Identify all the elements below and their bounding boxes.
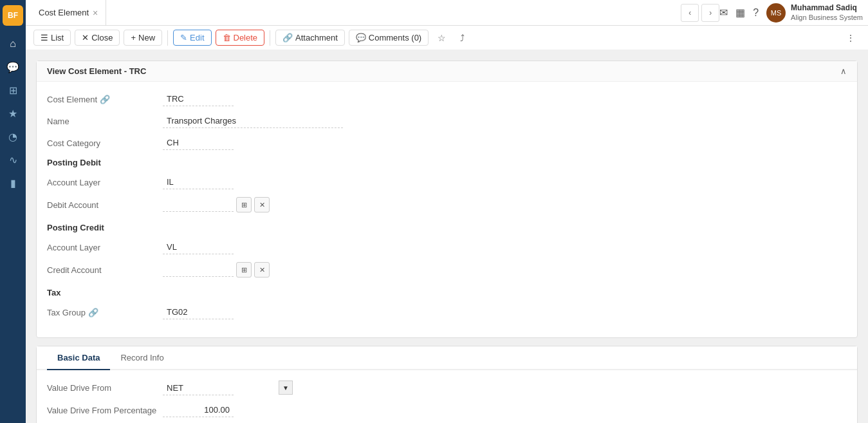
cost-element-row: Cost Element 🔗 (47, 92, 847, 106)
avatar: MS (766, 3, 786, 23)
sidebar-item-pulse[interactable]: ∿ (3, 149, 23, 170)
tax-group-link[interactable]: 🔗 (88, 308, 98, 317)
form-card-body: Cost Element 🔗 Name Cost Cate (37, 82, 857, 337)
new-button[interactable]: + New (124, 30, 162, 46)
user-text: Muhammad Sadiq Align Business System (791, 3, 863, 23)
list-icon: ☰ (41, 33, 48, 42)
cost-element-link[interactable]: 🔗 (100, 95, 110, 104)
user-name: Muhammad Sadiq (791, 3, 863, 14)
value-drive-from-input[interactable] (163, 381, 279, 395)
value-drive-from-pct-input[interactable] (163, 403, 234, 417)
comments-button[interactable]: 💬 Comments (0) (349, 30, 429, 46)
sidebar-item-apps[interactable]: ⊞ (3, 80, 23, 100)
separator-1 (167, 30, 168, 46)
bottom-card-body: Value Drive From ▼ Value Drive From Perc… (37, 370, 857, 423)
help-icon[interactable]: ? (753, 7, 759, 19)
posting-credit-heading: Posting Credit (47, 223, 847, 232)
value-drive-from-pct-row: Value Drive From Percentage (47, 403, 847, 417)
tabs-bar: Basic Data Record Info (37, 346, 857, 370)
close-button[interactable]: ✕ Close (75, 30, 120, 46)
cost-category-input[interactable] (163, 136, 234, 150)
topbar: Cost Element × ‹ › ✉ ▦ ? MS Muhammad Sad… (26, 0, 868, 26)
name-label: Name (47, 117, 163, 126)
form-card-title: View Cost Element - TRC (47, 66, 146, 76)
sidebar-item-chart[interactable]: ◔ (3, 126, 23, 147)
tab-title: Cost Element (39, 8, 89, 17)
content-area: View Cost Element - TRC ∧ Cost Element 🔗 (26, 50, 868, 423)
form-card: View Cost Element - TRC ∧ Cost Element 🔗 (36, 61, 858, 338)
value-drive-from-label: Value Drive From (47, 383, 163, 393)
credit-account-search-icon[interactable]: ⊞ (236, 262, 252, 277)
delete-button[interactable]: 🗑 Delete (216, 30, 265, 46)
more-options-button[interactable]: ⋮ (841, 30, 860, 46)
account-layer-debit-input[interactable] (163, 175, 234, 189)
debit-account-input[interactable] (163, 198, 234, 212)
account-layer-debit-field (163, 175, 382, 189)
value-drive-from-row: Value Drive From ▼ (47, 381, 847, 395)
tab-record-info[interactable]: Record Info (110, 346, 174, 370)
debit-account-search-icon[interactable]: ⊞ (236, 197, 252, 212)
nav-next-button[interactable]: › (701, 4, 719, 22)
bottom-card: Basic Data Record Info Value Drive From … (36, 346, 858, 423)
account-layer-debit-label: Account Layer (47, 178, 163, 187)
cost-element-field (163, 92, 382, 106)
close-icon: ✕ (82, 33, 89, 42)
toolbar: ☰ List ✕ Close + New ✎ Edit 🗑 Delete 🔗 A… (26, 26, 868, 50)
collapse-icon[interactable]: ∧ (840, 66, 847, 76)
tax-heading: Tax (47, 288, 847, 297)
name-field (163, 114, 382, 128)
debit-account-label: Debit Account (47, 200, 163, 210)
delete-icon: 🗑 (223, 33, 231, 42)
cost-category-field (163, 136, 382, 150)
tab-basic-data[interactable]: Basic Data (47, 346, 110, 370)
favorite-button[interactable]: ☆ (432, 30, 451, 46)
list-button[interactable]: ☰ List (33, 30, 71, 46)
sidebar: BF ⌂ 💬 ⊞ ★ ◔ ∿ ▮ (0, 0, 26, 423)
share-button[interactable]: ⤴ (455, 30, 470, 46)
edit-icon: ✎ (180, 33, 187, 42)
account-layer-credit-field (163, 240, 382, 254)
nav-arrows: ‹ › (681, 4, 719, 22)
tax-group-label: Tax Group 🔗 (47, 308, 163, 317)
sidebar-item-chat[interactable]: 💬 (3, 57, 23, 77)
sidebar-item-bar[interactable]: ▮ (3, 173, 23, 193)
main-area: Cost Element × ‹ › ✉ ▦ ? MS Muhammad Sad… (26, 0, 868, 423)
tab-close-icon[interactable]: × (93, 8, 98, 18)
name-input[interactable] (163, 114, 343, 128)
tab-cost-element[interactable]: Cost Element × (31, 0, 106, 26)
user-info: MS Muhammad Sadiq Align Business System (766, 3, 863, 23)
user-company: Align Business System (791, 13, 863, 22)
account-layer-credit-input[interactable] (163, 240, 234, 254)
edit-button[interactable]: ✎ Edit (173, 30, 211, 46)
account-layer-credit-row: Account Layer (47, 240, 847, 254)
credit-account-label: Credit Account (47, 265, 163, 275)
sidebar-item-home[interactable]: ⌂ (3, 33, 23, 54)
name-row: Name (47, 114, 847, 128)
cost-category-label: Cost Category (47, 138, 163, 148)
debit-account-row: Debit Account ⊞ ✕ (47, 197, 847, 212)
cost-element-input[interactable] (163, 92, 234, 106)
credit-account-clear-icon[interactable]: ✕ (254, 262, 270, 277)
separator-2 (270, 30, 270, 46)
value-drive-from-pct-label: Value Drive From Percentage (47, 406, 163, 415)
account-layer-debit-row: Account Layer (47, 175, 847, 189)
attachment-button[interactable]: 🔗 Attachment (275, 30, 345, 46)
value-drive-from-pct-field (163, 403, 382, 417)
credit-account-input[interactable] (163, 263, 234, 277)
account-layer-credit-label: Account Layer (47, 243, 163, 252)
tax-group-field (163, 305, 382, 319)
mail-icon[interactable]: ✉ (719, 6, 728, 19)
debit-account-field-row: ⊞ ✕ (163, 197, 270, 212)
form-card-header: View Cost Element - TRC ∧ (37, 61, 857, 82)
chart-topbar-icon[interactable]: ▦ (735, 6, 745, 19)
value-drive-from-field: ▼ (163, 381, 234, 395)
credit-account-row: Credit Account ⊞ ✕ (47, 262, 847, 277)
app-logo: BF (3, 5, 23, 26)
debit-account-clear-icon[interactable]: ✕ (254, 197, 270, 212)
sidebar-item-star[interactable]: ★ (3, 103, 23, 124)
topbar-actions: ✉ ▦ ? MS Muhammad Sadiq Align Business S… (719, 3, 863, 23)
nav-prev-button[interactable]: ‹ (681, 4, 699, 22)
value-drive-dropdown-arrow[interactable]: ▼ (279, 381, 293, 395)
tax-group-row: Tax Group 🔗 (47, 305, 847, 319)
tax-group-input[interactable] (163, 305, 234, 319)
